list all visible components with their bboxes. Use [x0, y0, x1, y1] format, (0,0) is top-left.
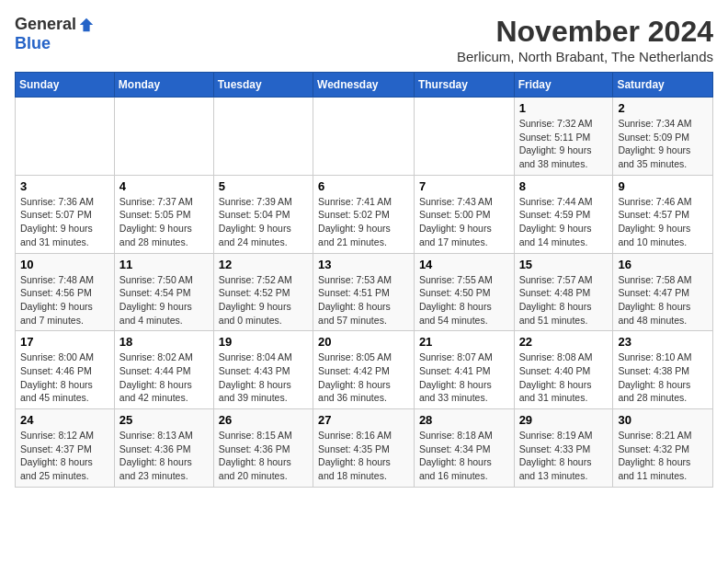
calendar-cell: 1Sunrise: 7:32 AM Sunset: 5:11 PM Daylig…: [514, 98, 613, 176]
day-info: Sunrise: 8:10 AM Sunset: 4:38 PM Dayligh…: [618, 350, 708, 405]
calendar-cell: [213, 98, 313, 176]
calendar-cell: 8Sunrise: 7:44 AM Sunset: 4:59 PM Daylig…: [514, 175, 613, 253]
calendar-cell: 6Sunrise: 7:41 AM Sunset: 5:02 PM Daylig…: [313, 175, 415, 253]
calendar-cell: 18Sunrise: 8:02 AM Sunset: 4:44 PM Dayli…: [114, 331, 213, 409]
day-number: 29: [519, 413, 609, 427]
calendar-cell: [414, 98, 514, 176]
day-info: Sunrise: 8:04 AM Sunset: 4:43 PM Dayligh…: [219, 350, 308, 405]
day-info: Sunrise: 7:37 AM Sunset: 5:05 PM Dayligh…: [119, 195, 209, 249]
day-number: 1: [519, 101, 609, 115]
day-number: 16: [618, 258, 708, 271]
day-number: 26: [219, 413, 308, 427]
day-number: 5: [219, 179, 308, 193]
title-area: November 2024 Berlicum, North Brabant, T…: [457, 15, 713, 64]
calendar-cell: [114, 98, 213, 176]
day-info: Sunrise: 7:52 AM Sunset: 4:52 PM Dayligh…: [219, 273, 308, 327]
calendar-table: SundayMondayTuesdayWednesdayThursdayFrid…: [15, 72, 713, 488]
day-info: Sunrise: 7:48 AM Sunset: 4:56 PM Dayligh…: [20, 273, 109, 327]
calendar-cell: 27Sunrise: 8:16 AM Sunset: 4:35 PM Dayli…: [313, 409, 415, 488]
day-number: 21: [419, 335, 509, 349]
logo-blue-text: Blue: [15, 34, 51, 53]
calendar-week-row: 24Sunrise: 8:12 AM Sunset: 4:37 PM Dayli…: [16, 409, 713, 488]
day-number: 23: [618, 335, 708, 349]
day-info: Sunrise: 8:16 AM Sunset: 4:35 PM Dayligh…: [318, 429, 409, 483]
calendar-week-row: 17Sunrise: 8:00 AM Sunset: 4:46 PM Dayli…: [16, 331, 713, 409]
calendar-cell: 13Sunrise: 7:53 AM Sunset: 4:51 PM Dayli…: [313, 253, 415, 331]
day-number: 3: [20, 179, 109, 193]
day-of-week-header: Thursday: [414, 73, 514, 98]
calendar-cell: 30Sunrise: 8:21 AM Sunset: 4:32 PM Dayli…: [613, 409, 713, 488]
month-year-title: November 2024: [457, 15, 713, 49]
day-info: Sunrise: 8:07 AM Sunset: 4:41 PM Dayligh…: [419, 350, 509, 405]
day-number: 15: [519, 258, 609, 271]
day-number: 22: [519, 335, 609, 349]
calendar-cell: 17Sunrise: 8:00 AM Sunset: 4:46 PM Dayli…: [16, 331, 115, 409]
day-number: 25: [119, 413, 209, 427]
day-info: Sunrise: 7:58 AM Sunset: 4:47 PM Dayligh…: [618, 273, 708, 327]
day-number: 27: [318, 413, 409, 427]
day-info: Sunrise: 8:19 AM Sunset: 4:33 PM Dayligh…: [519, 429, 609, 483]
day-info: Sunrise: 7:34 AM Sunset: 5:09 PM Dayligh…: [618, 117, 708, 171]
day-info: Sunrise: 7:41 AM Sunset: 5:02 PM Dayligh…: [318, 195, 409, 249]
day-number: 12: [219, 258, 308, 271]
calendar-cell: [313, 98, 415, 176]
day-of-week-header: Tuesday: [213, 73, 313, 98]
day-info: Sunrise: 8:21 AM Sunset: 4:32 PM Dayligh…: [618, 429, 708, 483]
day-number: 7: [419, 179, 509, 193]
calendar-cell: 5Sunrise: 7:39 AM Sunset: 5:04 PM Daylig…: [213, 175, 313, 253]
day-number: 14: [419, 258, 509, 271]
logo: General Blue: [15, 15, 95, 53]
day-of-week-header: Monday: [114, 73, 213, 98]
day-info: Sunrise: 7:36 AM Sunset: 5:07 PM Dayligh…: [20, 195, 109, 249]
day-number: 11: [119, 258, 209, 271]
day-info: Sunrise: 7:55 AM Sunset: 4:50 PM Dayligh…: [419, 273, 509, 327]
calendar-cell: 10Sunrise: 7:48 AM Sunset: 4:56 PM Dayli…: [16, 253, 115, 331]
svg-marker-0: [80, 17, 93, 30]
calendar-cell: 14Sunrise: 7:55 AM Sunset: 4:50 PM Dayli…: [414, 253, 514, 331]
calendar-cell: 16Sunrise: 7:58 AM Sunset: 4:47 PM Dayli…: [613, 253, 713, 331]
calendar-week-row: 10Sunrise: 7:48 AM Sunset: 4:56 PM Dayli…: [16, 253, 713, 331]
calendar-cell: 9Sunrise: 7:46 AM Sunset: 4:57 PM Daylig…: [613, 175, 713, 253]
day-info: Sunrise: 7:53 AM Sunset: 4:51 PM Dayligh…: [318, 273, 409, 327]
day-number: 18: [119, 335, 209, 349]
calendar-cell: 29Sunrise: 8:19 AM Sunset: 4:33 PM Dayli…: [514, 409, 613, 488]
calendar-cell: [16, 98, 115, 176]
calendar-cell: 15Sunrise: 7:57 AM Sunset: 4:48 PM Dayli…: [514, 253, 613, 331]
day-number: 17: [20, 335, 109, 349]
calendar-cell: 12Sunrise: 7:52 AM Sunset: 4:52 PM Dayli…: [213, 253, 313, 331]
day-number: 24: [20, 413, 109, 427]
calendar-week-row: 3Sunrise: 7:36 AM Sunset: 5:07 PM Daylig…: [16, 175, 713, 253]
logo-icon: [78, 17, 95, 33]
day-info: Sunrise: 7:39 AM Sunset: 5:04 PM Dayligh…: [219, 195, 308, 249]
day-info: Sunrise: 7:44 AM Sunset: 4:59 PM Dayligh…: [519, 195, 609, 249]
day-number: 4: [119, 179, 209, 193]
header: General Blue November 2024 Berlicum, Nor…: [15, 15, 713, 64]
day-of-week-header: Sunday: [16, 73, 115, 98]
day-info: Sunrise: 8:05 AM Sunset: 4:42 PM Dayligh…: [318, 350, 409, 405]
location-text: Berlicum, North Brabant, The Netherlands: [457, 49, 713, 64]
day-number: 8: [519, 179, 609, 193]
calendar-cell: 28Sunrise: 8:18 AM Sunset: 4:34 PM Dayli…: [414, 409, 514, 488]
day-info: Sunrise: 7:43 AM Sunset: 5:00 PM Dayligh…: [419, 195, 509, 249]
day-number: 13: [318, 258, 409, 271]
calendar-body: 1Sunrise: 7:32 AM Sunset: 5:11 PM Daylig…: [16, 98, 713, 488]
calendar-cell: 4Sunrise: 7:37 AM Sunset: 5:05 PM Daylig…: [114, 175, 213, 253]
day-number: 19: [219, 335, 308, 349]
calendar-cell: 21Sunrise: 8:07 AM Sunset: 4:41 PM Dayli…: [414, 331, 514, 409]
logo-general-text: General: [15, 15, 76, 34]
calendar-cell: 24Sunrise: 8:12 AM Sunset: 4:37 PM Dayli…: [16, 409, 115, 488]
calendar-cell: 11Sunrise: 7:50 AM Sunset: 4:54 PM Dayli…: [114, 253, 213, 331]
calendar-cell: 20Sunrise: 8:05 AM Sunset: 4:42 PM Dayli…: [313, 331, 415, 409]
day-number: 10: [20, 258, 109, 271]
day-number: 30: [618, 413, 708, 427]
day-of-week-header: Wednesday: [313, 73, 415, 98]
day-info: Sunrise: 8:12 AM Sunset: 4:37 PM Dayligh…: [20, 429, 109, 483]
day-number: 6: [318, 179, 409, 193]
day-info: Sunrise: 7:57 AM Sunset: 4:48 PM Dayligh…: [519, 273, 609, 327]
calendar-week-row: 1Sunrise: 7:32 AM Sunset: 5:11 PM Daylig…: [16, 98, 713, 176]
day-info: Sunrise: 7:50 AM Sunset: 4:54 PM Dayligh…: [119, 273, 209, 327]
calendar-cell: 25Sunrise: 8:13 AM Sunset: 4:36 PM Dayli…: [114, 409, 213, 488]
calendar-cell: 7Sunrise: 7:43 AM Sunset: 5:00 PM Daylig…: [414, 175, 514, 253]
day-info: Sunrise: 7:32 AM Sunset: 5:11 PM Dayligh…: [519, 117, 609, 171]
day-number: 2: [618, 101, 708, 115]
